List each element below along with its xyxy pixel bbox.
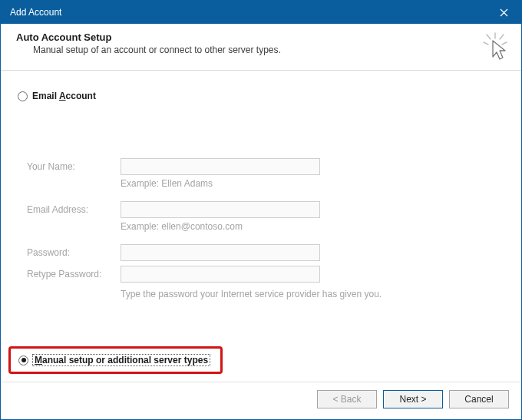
option-manual-setup-label: Manual setup or additional server types [33,355,210,365]
svg-line-1 [484,42,488,45]
option-email-account[interactable]: Email Account [18,91,96,101]
next-button[interactable]: Next > [383,390,443,408]
cursor-click-icon [480,31,510,62]
wizard-header: Auto Account Setup Manual setup of an ac… [1,24,521,71]
radio-icon [18,91,28,101]
svg-line-4 [500,35,504,39]
wizard-title: Auto Account Setup [16,31,281,43]
back-button: < Back [317,390,377,408]
email-hint: Example: ellen@contoso.com [121,221,320,232]
radio-icon [18,356,28,365]
retype-password-input [121,266,320,283]
wizard-body: Email Account Your Name: Example: Ellen … [1,71,521,382]
email-label: Email Address: [27,201,111,218]
svg-line-3 [487,35,491,39]
window-title: Add Account [10,7,61,18]
email-input [121,201,320,218]
email-account-form: Your Name: Example: Ellen Adams Email Ad… [27,158,504,299]
close-button[interactable] [487,1,521,24]
password-hint: Type the password your Internet service … [121,289,320,299]
option-manual-setup[interactable]: Manual setup or additional server types [18,355,210,365]
wizard-footer: < Back Next > Cancel [1,382,521,419]
highlight-box: Manual setup or additional server types [8,346,223,374]
titlebar: Add Account [1,1,521,24]
wizard-header-text: Auto Account Setup Manual setup of an ac… [16,31,281,55]
wizard-subtitle: Manual setup of an account or connect to… [33,45,281,55]
your-name-label: Your Name: [27,158,111,175]
option-email-account-label: Email Account [32,91,96,101]
cancel-button[interactable]: Cancel [449,390,509,408]
svg-line-2 [502,42,507,45]
your-name-input [121,158,320,175]
close-icon [500,8,508,17]
retype-password-label: Retype Password: [27,266,111,283]
password-input [121,244,320,261]
password-label: Password: [27,244,111,261]
your-name-hint: Example: Ellen Adams [121,178,320,189]
